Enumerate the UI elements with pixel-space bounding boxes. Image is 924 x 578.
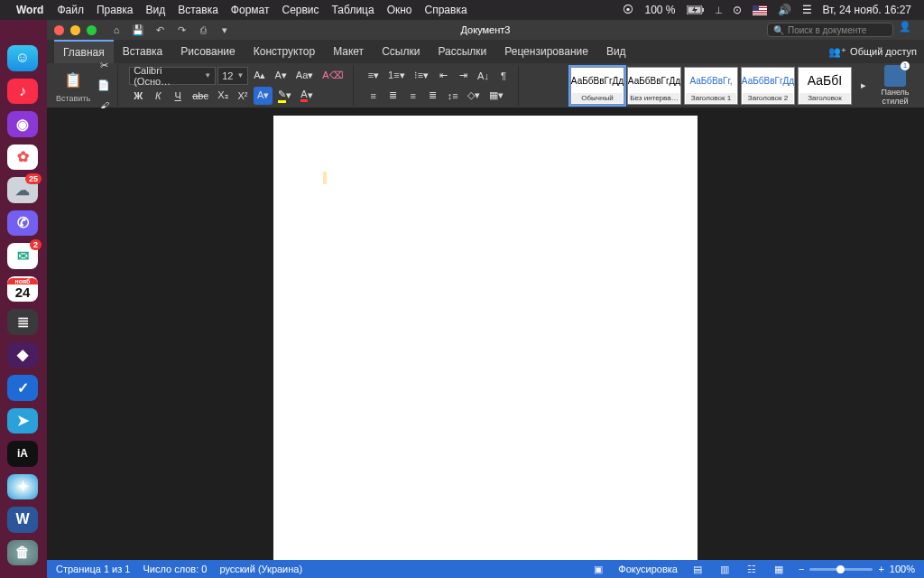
borders-icon[interactable]: ▦▾: [485, 87, 507, 105]
font-name-combo[interactable]: Calibri (Осно…▼: [129, 67, 216, 85]
status-language[interactable]: русский (Украина): [219, 564, 302, 574]
numbering-icon[interactable]: 1≡▾: [384, 67, 409, 85]
style-heading1[interactable]: АаБбВвГг,Заголовок 1: [684, 67, 738, 105]
dock-word[interactable]: W: [7, 507, 38, 533]
control-center-icon[interactable]: ☰: [802, 4, 812, 16]
style-nospacing[interactable]: АаБбВвГгДдБез интерва…: [627, 67, 681, 105]
shading-icon[interactable]: ◇▾: [464, 87, 484, 105]
airplay-icon[interactable]: ⊙: [733, 4, 742, 16]
close-button[interactable]: [54, 25, 64, 35]
font-color-icon[interactable]: A▾: [297, 87, 316, 105]
dock-icloud[interactable]: ☁25: [7, 177, 38, 203]
italic-button[interactable]: К: [149, 87, 167, 105]
copy-icon[interactable]: 📄: [94, 77, 114, 95]
strike-button[interactable]: abc: [189, 87, 212, 105]
dock-music[interactable]: ♪: [7, 79, 38, 105]
cut-icon[interactable]: ✂: [94, 57, 114, 75]
search-input[interactable]: 🔍 Поиск в документе: [767, 23, 893, 37]
menu-edit[interactable]: Правка: [97, 4, 134, 16]
superscript-button[interactable]: X²: [234, 87, 252, 105]
text-effects-icon[interactable]: A▾: [254, 87, 273, 105]
align-center-icon[interactable]: ≣: [384, 87, 402, 105]
dock-podcasts[interactable]: ◉: [7, 111, 38, 137]
font-size-combo[interactable]: 12▼: [217, 67, 248, 85]
battery-icon[interactable]: [687, 5, 705, 14]
wifi-icon[interactable]: ⟂: [716, 4, 722, 16]
grow-font-icon[interactable]: A▴: [250, 67, 269, 85]
outdent-icon[interactable]: ⇤: [434, 67, 452, 85]
multilevel-icon[interactable]: ⁝≡▾: [411, 67, 432, 85]
undo-icon[interactable]: ↶: [152, 22, 168, 38]
style-heading2[interactable]: АаБбВвГгДдЗаголовок 2: [741, 67, 795, 105]
tab-insert[interactable]: Вставка: [114, 40, 172, 63]
dock-photos[interactable]: ✿: [7, 144, 38, 171]
document-canvas[interactable]: [47, 108, 924, 560]
dock-affinity[interactable]: ◆: [7, 342, 38, 368]
change-case-icon[interactable]: Aa▾: [292, 67, 317, 85]
coauthor-icon[interactable]: 👤: [899, 21, 917, 39]
tab-layout[interactable]: Макет: [324, 40, 373, 63]
zoom-in-button[interactable]: +: [878, 564, 883, 574]
menu-format[interactable]: Формат: [231, 4, 270, 16]
dock-ia[interactable]: iA: [7, 441, 38, 467]
print-icon[interactable]: ⎙: [195, 22, 211, 38]
bold-button[interactable]: Ж: [129, 87, 147, 105]
clear-format-icon[interactable]: A⌫: [319, 67, 346, 85]
focus-mode-icon[interactable]: ▣: [591, 563, 605, 575]
highlight-icon[interactable]: ✎▾: [274, 87, 295, 105]
subscript-button[interactable]: X₂: [214, 87, 232, 105]
dock-app1[interactable]: ≣: [7, 309, 38, 335]
styles-more-icon[interactable]: ▸: [855, 67, 873, 105]
show-marks-icon[interactable]: ¶: [494, 67, 513, 85]
menu-file[interactable]: Файл: [57, 4, 84, 16]
minimize-button[interactable]: [70, 25, 80, 35]
tab-mailings[interactable]: Рассылки: [429, 40, 495, 63]
menu-insert[interactable]: Вставка: [178, 4, 218, 16]
style-normal[interactable]: АаБбВвГгДдОбычный: [570, 67, 624, 105]
line-spacing-icon[interactable]: ↕≡: [444, 87, 462, 105]
dock-safari[interactable]: ✦: [7, 474, 38, 500]
home-icon[interactable]: ⌂: [108, 22, 125, 38]
dock-viber[interactable]: ✆: [7, 210, 38, 237]
align-left-icon[interactable]: ≡: [365, 87, 383, 105]
zoom-slider[interactable]: [809, 568, 873, 571]
view-web-icon[interactable]: ▥: [717, 563, 732, 575]
indent-icon[interactable]: ⇥: [454, 67, 472, 85]
tab-draw[interactable]: Рисование: [171, 40, 244, 63]
redo-icon[interactable]: ↷: [173, 22, 189, 38]
view-print-icon[interactable]: ▤: [690, 563, 705, 575]
shrink-font-icon[interactable]: A▾: [272, 67, 291, 85]
styles-pane-button[interactable]: Панель стилей: [875, 65, 915, 107]
volume-icon[interactable]: 🔊: [778, 4, 791, 16]
view-outline-icon[interactable]: ☷: [744, 563, 759, 575]
menu-window[interactable]: Окно: [387, 4, 412, 16]
status-wordcount[interactable]: Число слов: 0: [143, 564, 207, 574]
justify-icon[interactable]: ≣: [424, 87, 442, 105]
qat-dropdown-icon[interactable]: ▾: [217, 22, 233, 38]
dock-mail[interactable]: ✉2: [7, 243, 38, 269]
tab-view[interactable]: Вид: [597, 40, 635, 63]
style-title[interactable]: АаБбIЗаголовок: [798, 67, 852, 105]
fast-user-icon[interactable]: ⦿: [623, 4, 633, 16]
menu-help[interactable]: Справка: [425, 4, 467, 16]
menu-view[interactable]: Вид: [146, 4, 166, 16]
zoom-value[interactable]: 100%: [890, 564, 915, 574]
bullets-icon[interactable]: ≡▾: [365, 67, 383, 85]
zoom-out-button[interactable]: −: [799, 564, 804, 574]
paste-button[interactable]: 📋: [61, 69, 85, 92]
underline-button[interactable]: Ч: [169, 87, 187, 105]
fullscreen-button[interactable]: [87, 25, 97, 35]
focus-mode-label[interactable]: Фокусировка: [618, 564, 678, 574]
tab-design[interactable]: Конструктор: [245, 40, 324, 63]
app-name[interactable]: Word: [16, 4, 43, 16]
menu-table[interactable]: Таблица: [332, 4, 374, 16]
share-button[interactable]: 👥⁺Общий доступ: [828, 46, 917, 58]
align-right-icon[interactable]: ≡: [404, 87, 422, 105]
clock[interactable]: Вт, 24 нояб. 16:27: [823, 4, 912, 16]
menu-tools[interactable]: Сервис: [282, 4, 319, 16]
dock-calendar[interactable]: нояб24: [7, 276, 38, 303]
dock-finder[interactable]: ☺: [7, 45, 38, 71]
dock-trash[interactable]: 🗑: [7, 540, 38, 566]
tab-review[interactable]: Рецензирование: [495, 40, 597, 63]
dock-things[interactable]: ✓: [7, 375, 38, 401]
